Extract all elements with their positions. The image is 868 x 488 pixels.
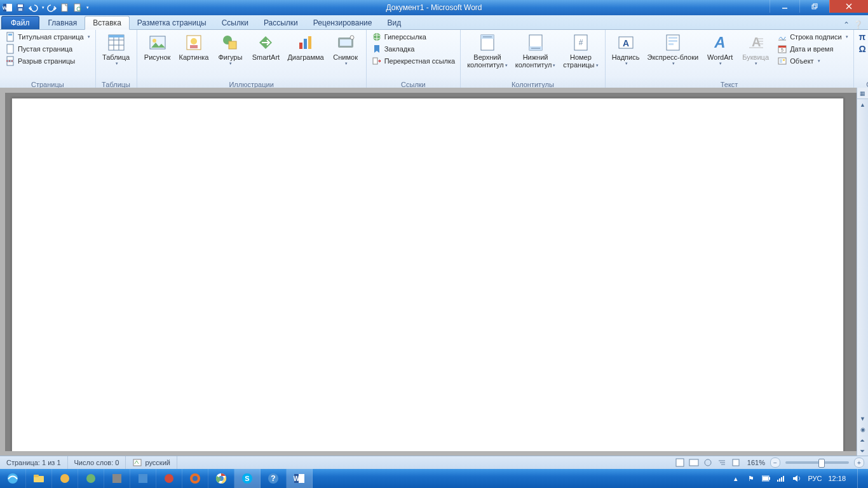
view-draft-icon[interactable] bbox=[729, 458, 742, 468]
zoom-slider[interactable] bbox=[785, 461, 849, 464]
close-button[interactable] bbox=[829, 0, 868, 13]
taskbar-ie-icon[interactable] bbox=[0, 469, 26, 488]
ribbon-tabs: Файл Главная Вставка Разметка страницы С… bbox=[0, 15, 868, 30]
ruler-toggle-icon[interactable]: ▦ bbox=[857, 88, 868, 99]
clipart-button[interactable]: Картинка bbox=[175, 31, 213, 61]
footer-button[interactable]: Нижнийколонтитул▾ bbox=[512, 31, 560, 69]
tab-file[interactable]: Файл bbox=[1, 16, 39, 29]
save-icon[interactable] bbox=[15, 3, 25, 13]
bookmark-button[interactable]: Закладка bbox=[369, 43, 458, 55]
browse-object-icon[interactable]: ◉ bbox=[857, 424, 868, 435]
redo-icon[interactable] bbox=[47, 3, 57, 13]
vertical-scrollbar[interactable]: ▦ ▲ ▼ ◉ ⏶ ⏷ bbox=[857, 88, 868, 456]
scroll-down-icon[interactable]: ▼ bbox=[857, 413, 868, 424]
tab-review[interactable]: Рецензирование bbox=[306, 17, 380, 29]
taskbar-explorer-icon[interactable] bbox=[26, 469, 52, 488]
cover-page-label: Титульная страница bbox=[18, 33, 84, 41]
tray-volume-icon[interactable] bbox=[792, 474, 801, 483]
textbox-button[interactable]: A Надпись ▾ bbox=[608, 31, 644, 66]
view-outline-icon[interactable] bbox=[715, 458, 728, 468]
blank-page-button[interactable]: Пустая страница bbox=[3, 43, 93, 55]
view-web-icon[interactable] bbox=[702, 458, 714, 468]
minimize-button[interactable] bbox=[770, 0, 799, 13]
taskbar-skype-icon[interactable]: S bbox=[234, 469, 261, 488]
tray-flag-icon[interactable]: ⚑ bbox=[747, 474, 756, 483]
zoom-value[interactable]: 161% bbox=[747, 459, 765, 466]
taskbar-word-icon[interactable]: W bbox=[287, 469, 313, 488]
new-doc-icon[interactable] bbox=[60, 3, 70, 13]
svg-rect-101 bbox=[779, 478, 780, 482]
svg-point-29 bbox=[191, 38, 197, 44]
dropcap-button[interactable]: A Буквица ▾ bbox=[738, 31, 773, 66]
svg-text:S: S bbox=[245, 475, 249, 482]
svg-rect-25 bbox=[109, 35, 124, 37]
page-break-button[interactable]: Разрыв страницы bbox=[3, 55, 93, 67]
header-button[interactable]: Верхнийколонтитул▾ bbox=[463, 31, 512, 69]
document-viewport[interactable] bbox=[5, 93, 857, 451]
tray-language[interactable]: РУС bbox=[808, 475, 822, 482]
page-number-button[interactable]: # Номерстраницы▾ bbox=[559, 31, 602, 69]
chart-button[interactable]: Диаграмма bbox=[283, 31, 327, 61]
tray-network-icon[interactable] bbox=[777, 474, 786, 483]
object-button[interactable]: Объект▾ bbox=[775, 55, 850, 67]
show-desktop-button[interactable] bbox=[857, 469, 864, 488]
word-app-icon[interactable]: W bbox=[3, 3, 13, 13]
tray-clock[interactable]: 12:18 bbox=[828, 475, 846, 482]
group-illustrations: Рисунок Картинка Фигуры ▾ SmartArt Диагр… bbox=[137, 30, 367, 89]
screenshot-button[interactable]: Снимок ▾ bbox=[328, 31, 363, 66]
taskbar-app3-icon[interactable] bbox=[104, 469, 130, 488]
tab-home[interactable]: Главная bbox=[41, 17, 85, 29]
taskbar-app5-icon[interactable] bbox=[156, 469, 182, 488]
status-word-count[interactable]: Число слов: 0 bbox=[68, 456, 126, 469]
svg-rect-6 bbox=[62, 4, 67, 11]
help-icon[interactable]: ❔ bbox=[853, 20, 863, 29]
view-fullscreen-icon[interactable] bbox=[688, 458, 700, 468]
tab-mailings[interactable]: Рассылки bbox=[256, 17, 306, 29]
tray-up-icon[interactable]: ▴ bbox=[731, 474, 740, 483]
svg-rect-103 bbox=[783, 476, 784, 482]
symbol-button[interactable]: Ω Символ▾ bbox=[857, 43, 868, 55]
taskbar-app2-icon[interactable] bbox=[78, 469, 104, 488]
view-print-layout-icon[interactable] bbox=[674, 458, 686, 468]
wordart-button[interactable]: A WordArt ▾ bbox=[702, 31, 738, 66]
datetime-button[interactable]: 5 Дата и время bbox=[775, 43, 850, 55]
tray-battery-icon[interactable] bbox=[762, 474, 771, 483]
tab-page-layout[interactable]: Разметка страницы bbox=[130, 17, 214, 29]
status-page[interactable]: Страница: 1 из 1 bbox=[0, 456, 68, 469]
quickparts-button[interactable]: Экспресс-блоки ▾ bbox=[644, 31, 703, 66]
preview-icon[interactable] bbox=[72, 3, 83, 13]
tab-references[interactable]: Ссылки bbox=[214, 17, 256, 29]
svg-text:A: A bbox=[714, 34, 725, 51]
equation-button[interactable]: π Формула▾ bbox=[857, 31, 868, 43]
svg-rect-68 bbox=[780, 59, 782, 63]
smartart-button[interactable]: SmartArt bbox=[248, 31, 283, 61]
crossref-button[interactable]: Перекрестная ссылка bbox=[369, 55, 458, 67]
status-language[interactable]: русский bbox=[126, 456, 177, 469]
dropcap-label: Буквица bbox=[742, 53, 769, 61]
quickparts-label: Экспресс-блоки bbox=[648, 53, 699, 61]
restore-button[interactable] bbox=[799, 0, 829, 13]
undo-icon[interactable] bbox=[28, 3, 38, 13]
cover-page-button[interactable]: Титульная страница▾ bbox=[3, 31, 93, 43]
tab-insert[interactable]: Вставка bbox=[85, 16, 130, 30]
document-page[interactable] bbox=[11, 98, 844, 451]
next-page-icon[interactable]: ⏷ bbox=[857, 445, 868, 456]
svg-text:#: # bbox=[579, 38, 583, 47]
tab-view[interactable]: Вид bbox=[379, 17, 409, 29]
taskbar-app4-icon[interactable] bbox=[130, 469, 156, 488]
minimize-ribbon-icon[interactable]: ⌃ bbox=[843, 20, 850, 29]
prev-page-icon[interactable]: ⏶ bbox=[857, 435, 868, 445]
shapes-button[interactable]: Фигуры ▾ bbox=[212, 31, 248, 66]
taskbar-app1-icon[interactable] bbox=[52, 469, 78, 488]
hyperlink-button[interactable]: Гиперссылка bbox=[369, 31, 458, 43]
table-button[interactable]: Таблица ▾ bbox=[98, 31, 134, 66]
zoom-out-button[interactable]: − bbox=[770, 458, 780, 468]
signature-line-button[interactable]: Строка подписи▾ bbox=[775, 31, 850, 43]
taskbar-chrome-icon[interactable] bbox=[208, 469, 234, 488]
table-label: Таблица bbox=[102, 53, 130, 61]
picture-button[interactable]: Рисунок bbox=[140, 31, 175, 61]
zoom-in-button[interactable]: + bbox=[854, 458, 864, 468]
taskbar-help-icon[interactable]: ? bbox=[261, 469, 287, 488]
scroll-up-icon[interactable]: ▲ bbox=[857, 99, 868, 110]
taskbar-firefox-icon[interactable] bbox=[182, 469, 208, 488]
